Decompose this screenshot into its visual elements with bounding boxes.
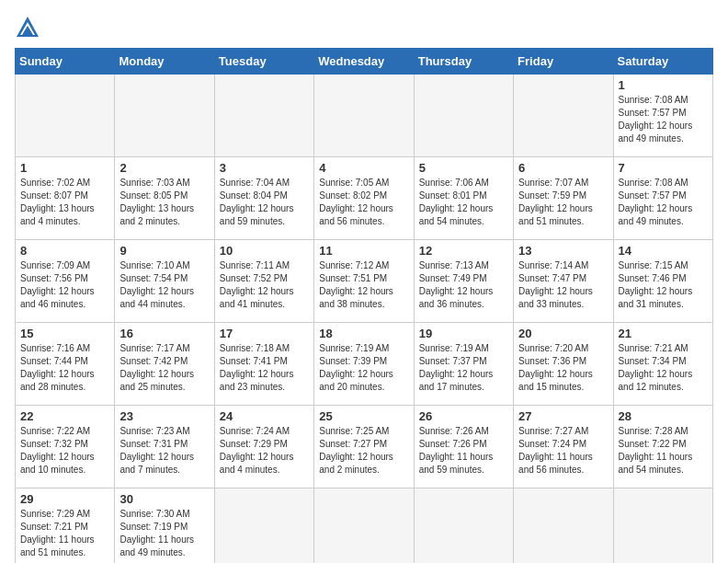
- calendar-cell: 22Sunrise: 7:22 AM Sunset: 7:32 PM Dayli…: [16, 406, 115, 488]
- day-info: Sunrise: 7:26 AM Sunset: 7:26 PM Dayligh…: [419, 425, 508, 477]
- day-number: 18: [319, 327, 408, 340]
- day-info: Sunrise: 7:21 AM Sunset: 7:34 PM Dayligh…: [619, 342, 708, 394]
- calendar-cell: [514, 488, 613, 564]
- calendar-cell: 6Sunrise: 7:07 AM Sunset: 7:59 PM Daylig…: [514, 157, 613, 240]
- day-number: 20: [518, 327, 608, 340]
- calendar-cell: 18Sunrise: 7:19 AM Sunset: 7:39 PM Dayli…: [314, 323, 414, 406]
- day-info: Sunrise: 7:08 AM Sunset: 7:57 PM Dayligh…: [619, 94, 708, 145]
- day-number: 27: [518, 409, 608, 423]
- day-info: Sunrise: 7:28 AM Sunset: 7:22 PM Dayligh…: [619, 425, 708, 477]
- calendar-cell: [314, 488, 414, 564]
- day-info: Sunrise: 7:25 AM Sunset: 7:27 PM Dayligh…: [319, 425, 408, 477]
- calendar-cell: [414, 75, 513, 157]
- calendar-week-row: 1Sunrise: 7:08 AM Sunset: 7:57 PM Daylig…: [16, 75, 713, 157]
- calendar-cell: 4Sunrise: 7:05 AM Sunset: 8:02 PM Daylig…: [314, 157, 414, 240]
- calendar-cell: 19Sunrise: 7:19 AM Sunset: 7:37 PM Dayli…: [414, 323, 513, 406]
- calendar-cell: 12Sunrise: 7:13 AM Sunset: 7:49 PM Dayli…: [414, 240, 513, 323]
- calendar-cell: [613, 488, 712, 564]
- calendar-cell: 20Sunrise: 7:20 AM Sunset: 7:36 PM Dayli…: [514, 323, 613, 406]
- day-number: 25: [319, 409, 408, 423]
- calendar-cell: 30Sunrise: 7:30 AM Sunset: 7:19 PM Dayli…: [115, 488, 214, 564]
- day-number: 1: [619, 78, 708, 92]
- column-header-sunday: Sunday: [16, 49, 115, 75]
- day-info: Sunrise: 7:16 AM Sunset: 7:44 PM Dayligh…: [20, 342, 109, 394]
- column-header-friday: Friday: [514, 49, 613, 75]
- calendar-cell: 2Sunrise: 7:03 AM Sunset: 8:05 PM Daylig…: [115, 157, 214, 240]
- day-number: 2: [119, 161, 209, 175]
- calendar-header-row: SundayMondayTuesdayWednesdayThursdayFrid…: [16, 49, 713, 75]
- calendar-cell: [214, 488, 313, 564]
- calendar-week-row: 1Sunrise: 7:02 AM Sunset: 8:07 PM Daylig…: [16, 157, 713, 240]
- day-info: Sunrise: 7:29 AM Sunset: 7:21 PM Dayligh…: [20, 508, 109, 559]
- column-header-monday: Monday: [115, 49, 214, 75]
- day-info: Sunrise: 7:09 AM Sunset: 7:56 PM Dayligh…: [20, 259, 109, 311]
- day-info: Sunrise: 7:11 AM Sunset: 7:52 PM Dayligh…: [220, 259, 309, 311]
- day-number: 26: [419, 409, 508, 423]
- column-header-wednesday: Wednesday: [314, 49, 414, 75]
- day-number: 9: [119, 244, 209, 258]
- calendar-cell: 27Sunrise: 7:27 AM Sunset: 7:24 PM Dayli…: [514, 406, 613, 488]
- calendar-cell: 5Sunrise: 7:06 AM Sunset: 8:01 PM Daylig…: [414, 157, 513, 240]
- calendar-cell: 24Sunrise: 7:24 AM Sunset: 7:29 PM Dayli…: [214, 406, 313, 488]
- day-number: 22: [20, 409, 109, 423]
- calendar-cell: 8Sunrise: 7:09 AM Sunset: 7:56 PM Daylig…: [16, 240, 115, 323]
- calendar-week-row: 15Sunrise: 7:16 AM Sunset: 7:44 PM Dayli…: [16, 323, 713, 406]
- calendar-cell: 13Sunrise: 7:14 AM Sunset: 7:47 PM Dayli…: [514, 240, 613, 323]
- day-info: Sunrise: 7:04 AM Sunset: 8:04 PM Dayligh…: [220, 177, 309, 228]
- calendar-cell: [514, 75, 613, 157]
- page-header: [15, 15, 713, 40]
- calendar-cell: 10Sunrise: 7:11 AM Sunset: 7:52 PM Dayli…: [214, 240, 313, 323]
- day-number: 12: [419, 244, 508, 258]
- day-info: Sunrise: 7:02 AM Sunset: 8:07 PM Dayligh…: [20, 177, 109, 228]
- day-number: 16: [119, 327, 209, 340]
- day-info: Sunrise: 7:17 AM Sunset: 7:42 PM Dayligh…: [119, 342, 209, 394]
- calendar-cell: 11Sunrise: 7:12 AM Sunset: 7:51 PM Dayli…: [314, 240, 414, 323]
- calendar-cell: [214, 75, 313, 157]
- calendar-cell: 15Sunrise: 7:16 AM Sunset: 7:44 PM Dayli…: [16, 323, 115, 406]
- day-number: 11: [319, 244, 408, 258]
- day-number: 21: [619, 327, 708, 340]
- day-number: 14: [619, 244, 708, 258]
- calendar-cell: 25Sunrise: 7:25 AM Sunset: 7:27 PM Dayli…: [314, 406, 414, 488]
- day-info: Sunrise: 7:05 AM Sunset: 8:02 PM Dayligh…: [319, 177, 408, 228]
- logo-icon: [15, 15, 40, 40]
- day-info: Sunrise: 7:13 AM Sunset: 7:49 PM Dayligh…: [419, 259, 508, 311]
- calendar-cell: [414, 488, 513, 564]
- day-info: Sunrise: 7:19 AM Sunset: 7:37 PM Dayligh…: [419, 342, 508, 394]
- day-info: Sunrise: 7:20 AM Sunset: 7:36 PM Dayligh…: [518, 342, 608, 394]
- day-info: Sunrise: 7:24 AM Sunset: 7:29 PM Dayligh…: [220, 425, 309, 477]
- column-header-tuesday: Tuesday: [214, 49, 313, 75]
- calendar-cell: 16Sunrise: 7:17 AM Sunset: 7:42 PM Dayli…: [115, 323, 214, 406]
- day-number: 24: [220, 409, 309, 423]
- day-info: Sunrise: 7:18 AM Sunset: 7:41 PM Dayligh…: [220, 342, 309, 394]
- day-info: Sunrise: 7:30 AM Sunset: 7:19 PM Dayligh…: [119, 508, 209, 559]
- day-info: Sunrise: 7:27 AM Sunset: 7:24 PM Dayligh…: [518, 425, 608, 477]
- calendar-table: SundayMondayTuesdayWednesdayThursdayFrid…: [15, 48, 713, 563]
- day-number: 7: [619, 161, 708, 175]
- day-info: Sunrise: 7:23 AM Sunset: 7:31 PM Dayligh…: [119, 425, 209, 477]
- day-number: 6: [518, 161, 608, 175]
- day-number: 10: [220, 244, 309, 258]
- calendar-cell: 9Sunrise: 7:10 AM Sunset: 7:54 PM Daylig…: [115, 240, 214, 323]
- day-info: Sunrise: 7:10 AM Sunset: 7:54 PM Dayligh…: [119, 259, 209, 311]
- day-number: 17: [220, 327, 309, 340]
- calendar-cell: 23Sunrise: 7:23 AM Sunset: 7:31 PM Dayli…: [115, 406, 214, 488]
- day-number: 1: [20, 161, 109, 175]
- calendar-cell: 14Sunrise: 7:15 AM Sunset: 7:46 PM Dayli…: [613, 240, 712, 323]
- day-info: Sunrise: 7:07 AM Sunset: 7:59 PM Dayligh…: [518, 177, 608, 228]
- calendar-cell: 21Sunrise: 7:21 AM Sunset: 7:34 PM Dayli…: [613, 323, 712, 406]
- day-number: 3: [220, 161, 309, 175]
- day-number: 30: [119, 492, 209, 506]
- day-number: 29: [20, 492, 109, 506]
- column-header-thursday: Thursday: [414, 49, 513, 75]
- day-number: 23: [119, 409, 209, 423]
- calendar-cell: [16, 75, 115, 157]
- calendar-cell: 29Sunrise: 7:29 AM Sunset: 7:21 PM Dayli…: [16, 488, 115, 564]
- day-number: 13: [518, 244, 608, 258]
- day-info: Sunrise: 7:03 AM Sunset: 8:05 PM Dayligh…: [119, 177, 209, 228]
- day-info: Sunrise: 7:08 AM Sunset: 7:57 PM Dayligh…: [619, 177, 708, 228]
- calendar-cell: 26Sunrise: 7:26 AM Sunset: 7:26 PM Dayli…: [414, 406, 513, 488]
- day-info: Sunrise: 7:14 AM Sunset: 7:47 PM Dayligh…: [518, 259, 608, 311]
- day-number: 4: [319, 161, 408, 175]
- calendar-week-row: 22Sunrise: 7:22 AM Sunset: 7:32 PM Dayli…: [16, 406, 713, 488]
